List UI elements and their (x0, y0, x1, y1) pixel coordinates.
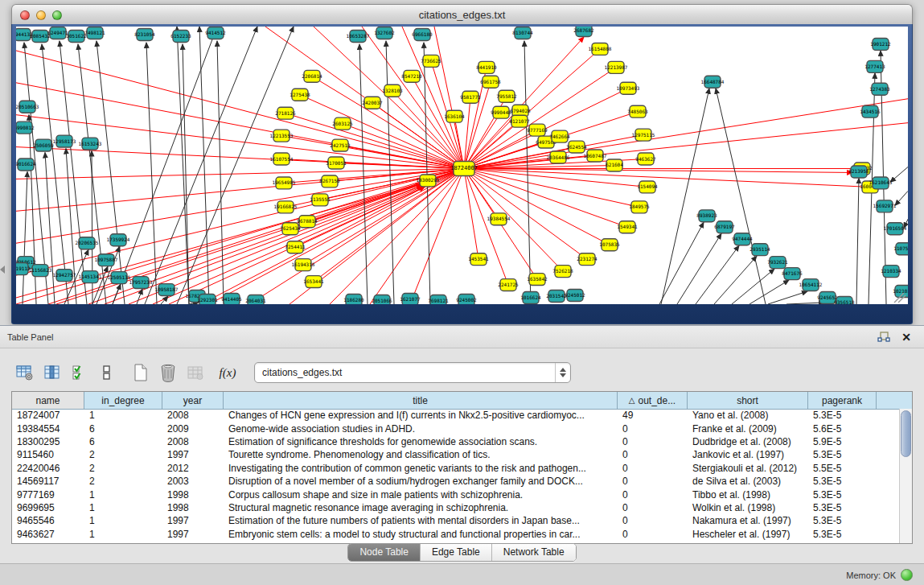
table-cell[interactable]: 14569117 (12, 476, 84, 487)
table-cell[interactable]: Changes of HCN gene expression and I(f) … (224, 410, 618, 421)
table-cell[interactable]: Hescheler et al. (1997) (688, 529, 808, 540)
tab-node-table[interactable]: Node Table (348, 544, 421, 561)
column-header-out-de-[interactable]: △out_de... (618, 392, 688, 409)
graph-node[interactable]: 9414512 (205, 27, 226, 39)
graph-node[interactable]: 6152233 (170, 30, 191, 42)
function-fx-icon[interactable]: f(x) (216, 360, 240, 385)
graph-node[interactable]: 20364486 (547, 151, 570, 163)
table-cell[interactable]: 0 (618, 463, 688, 474)
graph-node[interactable]: 12942757 (53, 270, 76, 282)
graph-node[interactable]: 1328103 (382, 84, 403, 97)
graph-node[interactable]: 9245012 (565, 290, 585, 302)
graph-node[interactable]: 1210334 (881, 266, 901, 278)
table-cell[interactable]: 18300295 (12, 436, 84, 447)
graph-node[interactable]: 2603125 (332, 117, 353, 130)
graph-node[interactable]: 1016624 (520, 292, 541, 304)
graph-node[interactable]: 2420037 (362, 97, 383, 109)
graph-node[interactable]: 2687682 (573, 27, 594, 36)
table-cell[interactable]: Yano et al. (2008) (688, 410, 808, 421)
graph-node[interactable]: 16194318 (292, 259, 315, 271)
graph-node[interactable]: 1549341 (617, 221, 638, 233)
graph-node[interactable]: 18724007 (450, 162, 478, 176)
graph-node[interactable]: 2241725 (498, 279, 519, 291)
graph-node[interactable]: 7498121 (84, 27, 105, 39)
trash-icon[interactable] (156, 360, 180, 385)
table-cell[interactable]: 1 (84, 489, 162, 501)
memory-ok-indicator[interactable] (901, 569, 913, 581)
table-cell[interactable]: 1998 (162, 489, 224, 501)
table-cell[interactable]: Stergiakouli et al. (2012) (688, 463, 808, 474)
tab-network-table[interactable]: Network Table (492, 544, 576, 561)
table-cell[interactable]: de Silva et al. (2003) (688, 476, 808, 487)
graph-node[interactable]: 2231274 (577, 253, 598, 266)
graph-node[interactable]: 16648784 (701, 76, 725, 88)
table-row[interactable]: 946554611997Estimation of the future num… (12, 514, 900, 527)
graph-node[interactable]: 6961758 (480, 76, 501, 88)
table-cell[interactable]: 5.3E-5 (808, 502, 877, 513)
graph-node[interactable]: 9016624 (16, 159, 36, 171)
graph-node[interactable]: 11451341 (79, 271, 102, 283)
table-cell[interactable]: 2 (84, 476, 162, 487)
graph-node[interactable]: 621604 (606, 159, 623, 171)
table-cell[interactable]: 1 (84, 502, 162, 513)
table-cell[interactable]: 2 (84, 463, 162, 474)
table-selector-combo[interactable]: citations_edges.txt (254, 362, 571, 383)
graph-node[interactable]: 10654112 (799, 279, 823, 291)
table-cell[interactable]: 2012 (162, 463, 224, 474)
table-cell[interactable]: 18724007 (12, 410, 84, 421)
graph-node[interactable]: 9245002 (456, 295, 477, 304)
graph-node[interactable]: 9581773 (460, 91, 481, 103)
graph-node[interactable]: 1653441 (303, 276, 324, 288)
panel-collapse-arrow-icon[interactable] (0, 266, 5, 274)
graph-node[interactable]: 2506059 (33, 139, 54, 151)
table-cell[interactable]: 19384554 (12, 423, 84, 435)
table-cell[interactable]: 5.3E-5 (808, 489, 877, 501)
graph-node[interactable]: 9121077 (509, 115, 530, 127)
table-cell[interactable]: 49 (618, 410, 688, 421)
graph-node[interactable]: 2051066 (372, 295, 392, 304)
column-header-name[interactable]: name (12, 392, 84, 409)
table-row[interactable]: 1938455462009Genome-wide association stu… (12, 422, 900, 435)
table-row[interactable]: 946362711997Embryonic stem cells: a mode… (12, 528, 900, 541)
table-cell[interactable]: Genome-wide association studies in ADHD. (224, 423, 618, 435)
graph-node[interactable]: 7698121 (428, 295, 449, 304)
row-toggle-icon[interactable] (95, 360, 119, 385)
new-document-icon[interactable] (129, 360, 153, 385)
table-cell[interactable]: Estimation of significance thresholds fo… (224, 436, 618, 447)
tab-edge-table[interactable]: Edge Table (421, 544, 492, 561)
column-header-pagerank[interactable]: pagerank (808, 392, 877, 409)
graph-node[interactable]: 12213553 (270, 130, 294, 142)
graph-node[interactable]: 10973493 (617, 82, 640, 94)
graph-node[interactable]: 2718126 (275, 107, 296, 119)
graph-node[interactable]: 1453541 (468, 253, 489, 266)
graph-node[interactable]: 9356518 (834, 297, 855, 304)
graph-node[interactable]: 1075835 (599, 239, 620, 251)
graph-node[interactable]: 7625434 (280, 223, 301, 235)
graph-node[interactable]: 1292301 (197, 295, 218, 304)
graph-node[interactable]: 7526218 (552, 266, 573, 278)
table-cell[interactable]: 1 (84, 410, 162, 421)
table-cell[interactable]: 9777169 (12, 489, 84, 501)
graph-node[interactable]: 19654985 (273, 177, 296, 189)
graph-node[interactable]: 9990448 (491, 106, 511, 118)
table-cell[interactable]: 0 (618, 489, 688, 501)
graph-node[interactable]: 9463627 (635, 153, 656, 165)
column-header-short[interactable]: short (688, 392, 808, 409)
table-cell[interactable]: 1998 (162, 502, 224, 513)
table-cell[interactable]: 2003 (162, 476, 224, 487)
graph-node[interactable]: 17957233 (129, 277, 153, 289)
table-cell[interactable]: 5.3E-5 (808, 476, 877, 487)
table-cell[interactable]: 1997 (162, 515, 224, 526)
table-cell[interactable]: 9699695 (12, 502, 84, 513)
graph-node[interactable]: 10975887 (95, 254, 118, 266)
graph-node[interactable]: 1327602 (374, 27, 395, 39)
table-cell[interactable]: 6 (84, 436, 162, 447)
table-cell[interactable]: 5.3E-5 (808, 529, 877, 540)
table-cell[interactable]: Investigating the contribution of common… (224, 463, 618, 474)
table-scrollbar-thumb[interactable] (901, 410, 911, 457)
graph-node[interactable]: 17359924 (107, 234, 130, 246)
table-cell[interactable]: 0 (618, 502, 688, 513)
graph-node[interactable]: 6249471 (47, 27, 68, 39)
graph-node[interactable]: 2031542 (546, 290, 567, 303)
graph-node[interactable]: 16107554 (270, 153, 294, 165)
